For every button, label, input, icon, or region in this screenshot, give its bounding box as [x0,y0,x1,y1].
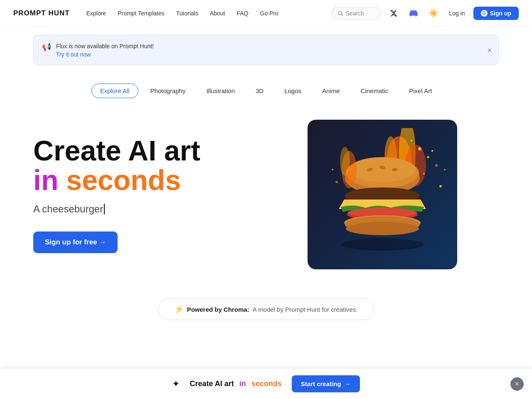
nav-about[interactable]: About [210,10,225,17]
svg-point-28 [439,185,442,187]
burger-illustration [316,128,449,261]
nav-prompt-templates[interactable]: Prompt Templates [118,10,165,17]
hero-in-word: in [33,164,66,196]
banner-content: Flux is now available on Prompt Hunt! Tr… [56,42,154,58]
svg-line-1 [341,14,343,16]
nav-go-pro[interactable]: Go Pro [260,10,278,17]
hero-section: Create AI art in seconds A cheeseburger … [0,103,532,294]
discord-button[interactable] [406,6,421,21]
nav-actions: Search ☀️ Log in G Sign up [331,6,519,21]
announcement-banner: 📢 Flux is now available on Prompt Hunt! … [33,35,499,65]
hero-heading-line2: in seconds [33,165,249,195]
tab-anime[interactable]: Anime [313,84,349,98]
twitter-button[interactable] [386,6,401,21]
hero-heading: Create AI art in seconds [33,136,249,195]
theme-toggle-button[interactable]: ☀️ [426,6,441,21]
tab-photography[interactable]: Photography [142,84,195,98]
login-button[interactable]: Log in [446,7,468,19]
banner-icon: 📢 [42,42,51,52]
search-box[interactable]: Search [331,7,381,20]
tab-illustration[interactable]: Illustration [198,84,244,98]
signup-label: Sign up [490,10,511,17]
logo: PROMPT HUNT [13,9,70,17]
svg-point-24 [346,222,419,235]
hero-subtitle-text: A cheeseburger [33,203,103,215]
nav-faq[interactable]: FAQ [236,10,248,17]
banner-link[interactable]: Try it out now [56,51,91,58]
signup-button[interactable]: G Sign up [473,7,519,20]
svg-point-30 [335,181,338,183]
hero-left: Create AI art in seconds A cheeseburger … [33,136,249,254]
svg-point-0 [338,11,342,15]
svg-point-11 [431,150,433,152]
tab-logos[interactable]: Logos [276,84,310,98]
svg-point-29 [444,169,446,170]
powered-icon: ⚡ [175,305,184,314]
powered-brand: Powered by Chroma: [187,306,249,313]
svg-point-6 [418,147,421,150]
search-placeholder: Search [346,10,364,17]
svg-point-14 [349,157,416,182]
svg-point-10 [423,173,425,175]
powered-by-section: ⚡ Powered by Chroma: A model by Prompt H… [158,298,374,320]
svg-point-7 [427,156,429,158]
banner-message: Flux is now available on Prompt Hunt! [56,42,154,51]
svg-point-8 [411,140,412,141]
svg-point-25 [341,238,424,251]
navbar: PROMPT HUNT Explore Prompt Templates Tut… [0,0,532,27]
tab-explore-all[interactable]: Explore All [91,84,138,98]
hero-subtitle: A cheeseburger [33,203,249,215]
signup-hero-button[interactable]: Sign up for free → [33,232,118,253]
tab-pixel-art[interactable]: Pixel Art [400,84,441,98]
tab-cinematic[interactable]: Cinematic [352,84,397,98]
hero-seconds-word: seconds [66,164,181,196]
hero-right [266,120,499,269]
category-tabs: Explore All Photography Illustration 3D … [0,74,532,103]
google-icon: G [481,10,488,17]
nav-tutorials[interactable]: Tutorials [176,10,198,17]
svg-point-27 [340,147,350,176]
powered-description: A model by Prompt Hunt for creatives. [253,306,358,313]
svg-point-31 [332,169,333,170]
hero-heading-line1: Create AI art [33,136,249,165]
nav-links: Explore Prompt Templates Tutorials About… [86,10,331,17]
svg-point-9 [435,164,438,167]
hero-image [308,120,457,269]
text-cursor [104,204,105,214]
tab-3d[interactable]: 3D [247,84,272,98]
nav-explore[interactable]: Explore [86,10,106,17]
search-icon [337,10,343,16]
banner-close-button[interactable]: × [487,47,492,54]
